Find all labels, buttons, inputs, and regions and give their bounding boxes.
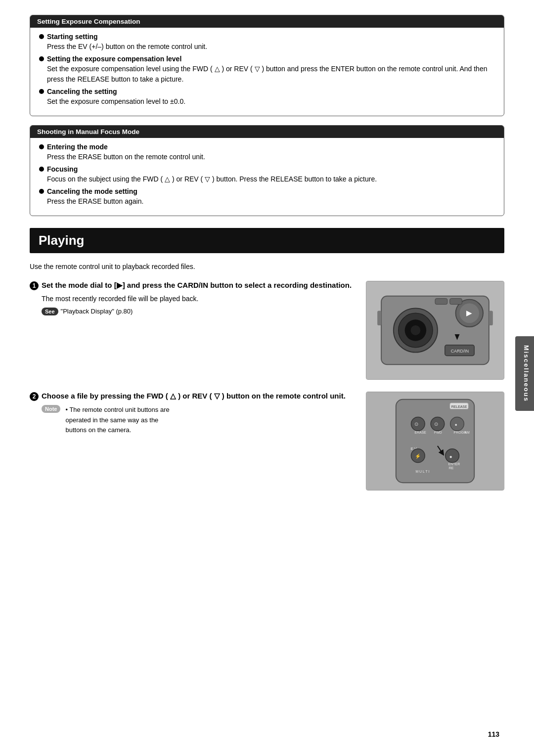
step-1-bold-text: Set the mode dial to [▶] and press the C… — [42, 281, 352, 290]
svg-rect-17 — [396, 400, 474, 483]
svg-rect-12 — [435, 299, 447, 305]
step-2-left: 2 Choose a file by pressing the FWD ( △ … — [30, 392, 354, 435]
bullet-entering-mode: Entering the mode Press the ERASE button… — [39, 143, 495, 162]
manual-focus-title: Shooting in Manual Focus Mode — [30, 126, 504, 138]
svg-text:AM: AM — [464, 431, 470, 435]
see-text: "Playback Display" (p.80) — [61, 308, 133, 315]
svg-text:ERASE: ERASE — [414, 431, 426, 435]
see-line-1: See "Playback Display" (p.80) — [42, 308, 354, 315]
svg-text:⊙: ⊙ — [414, 422, 418, 427]
step-1-number: 1 Set the mode dial to [▶] and press the… — [30, 281, 354, 290]
note-badge: Note — [42, 405, 60, 413]
svg-rect-13 — [450, 299, 462, 305]
step-num-circle-1: 1 — [30, 281, 39, 290]
canceling-mode-label: Canceling the mode setting — [47, 187, 137, 195]
step-1-body: The most recently recorded file will be … — [42, 293, 354, 304]
starting-setting-text: Press the EV (+/–) button on the remote … — [47, 42, 495, 52]
bullet-focusing: Focusing Focus on the subject using the … — [39, 165, 495, 184]
svg-rect-15 — [489, 311, 493, 326]
manual-focus-content: Entering the mode Press the ERASE button… — [30, 143, 504, 207]
canceling-setting-label: Canceling the setting — [47, 88, 117, 95]
exposure-compensation-title: Setting Exposure Compensation — [30, 15, 504, 28]
see-badge: See — [42, 308, 58, 315]
svg-text:⚡: ⚡ — [415, 453, 421, 459]
svg-text:M U L T I: M U L T I — [415, 470, 429, 474]
svg-text:⊙: ⊙ — [434, 422, 438, 427]
entering-mode-label: Entering the mode — [47, 143, 108, 151]
page-number: 113 — [488, 730, 499, 738]
svg-rect-14 — [377, 311, 381, 326]
step-2-image: RELEASE ⊙ ⊙ ● ERASE FWD PROGR AM E V ⚡ — [366, 392, 504, 490]
svg-text:ENTER: ENTER — [448, 463, 460, 466]
step-2-section: 2 Choose a file by pressing the FWD ( △ … — [30, 392, 504, 490]
bullet-dot-5 — [39, 167, 44, 172]
starting-setting-label: Starting setting — [47, 33, 98, 41]
bullet-dot-1 — [39, 34, 44, 39]
step-1-section: 1 Set the mode dial to [▶] and press the… — [30, 281, 504, 380]
bullet-canceling-mode: Canceling the mode setting Press the ERA… — [39, 187, 495, 207]
bullet-dot-6 — [39, 189, 44, 194]
canceling-setting-text: Set the exposure compensation level to ±… — [47, 96, 495, 107]
playing-header: Playing — [30, 228, 504, 253]
svg-text:●: ● — [449, 454, 452, 459]
step-1-right: ▶ CARD/IN — [366, 281, 504, 380]
svg-point-5 — [411, 325, 421, 335]
exposure-compensation-box: Setting Exposure Compensation Starting s… — [30, 15, 504, 116]
canceling-mode-text: Press the ERASE button again. — [47, 196, 495, 207]
manual-focus-box: Shooting in Manual Focus Mode Entering t… — [30, 125, 504, 216]
setting-level-text: Set the exposure compensation level usin… — [47, 64, 495, 85]
svg-text:●: ● — [455, 423, 457, 428]
camera-illustration: ▶ CARD/IN — [366, 281, 504, 379]
step-1-left: 1 Set the mode dial to [▶] and press the… — [30, 281, 354, 315]
svg-text:▶: ▶ — [466, 310, 472, 317]
svg-text:FWD: FWD — [434, 431, 442, 435]
focusing-text: Focus on the subject using the FWD ( △ )… — [47, 174, 495, 184]
playing-intro: Use the remote control unit to playback … — [30, 261, 504, 272]
step-num-circle-2: 2 — [30, 392, 39, 401]
svg-text:CARD/IN: CARD/IN — [451, 349, 469, 354]
bullet-canceling-setting: Canceling the setting Set the exposure c… — [39, 88, 495, 107]
bullet-dot-2 — [39, 56, 44, 61]
bullet-starting-setting: Starting setting Press the EV (+/–) butt… — [39, 33, 495, 52]
side-tab: Miscellaneous — [515, 336, 534, 411]
focusing-label: Focusing — [47, 165, 78, 173]
setting-level-label: Setting the exposure compensation level — [47, 55, 181, 63]
svg-text:RE: RE — [449, 467, 454, 470]
note-text: • The remote control unit buttons areope… — [65, 405, 169, 435]
step-2-right: RELEASE ⊙ ⊙ ● ERASE FWD PROGR AM E V ⚡ — [366, 392, 504, 490]
entering-mode-text: Press the ERASE button on the remote con… — [47, 152, 495, 162]
bullet-dot-4 — [39, 144, 44, 149]
step-2-number: 2 Choose a file by pressing the FWD ( △ … — [30, 392, 354, 401]
bullet-setting-level: Setting the exposure compensation level … — [39, 55, 495, 85]
bullet-dot-3 — [39, 89, 44, 94]
step-2-bold-text: Choose a file by pressing the FWD ( △ ) … — [42, 392, 346, 400]
exposure-compensation-content: Starting setting Press the EV (+/–) butt… — [30, 33, 504, 107]
svg-text:RELEASE: RELEASE — [451, 405, 467, 408]
step-1-image: ▶ CARD/IN — [366, 281, 504, 380]
note-line: Note • The remote control unit buttons a… — [42, 405, 354, 435]
remote-illustration: RELEASE ⊙ ⊙ ● ERASE FWD PROGR AM E V ⚡ — [366, 392, 504, 490]
